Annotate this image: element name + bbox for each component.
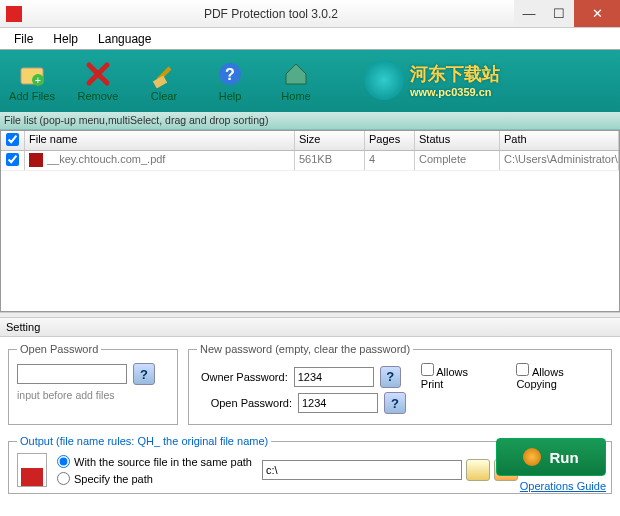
col-size[interactable]: Size	[295, 131, 365, 150]
filelist-caption: File list (pop-up menu,multiSelect, drag…	[0, 112, 620, 130]
pdf-icon	[29, 153, 43, 167]
path-action-icon[interactable]	[466, 459, 490, 481]
svg-text:?: ?	[225, 66, 235, 83]
settings-panel: Open Password ? input before add files N…	[0, 337, 620, 431]
open-password2-label: Open Password:	[197, 397, 292, 409]
header-checkbox[interactable]	[1, 131, 25, 150]
svg-rect-3	[153, 76, 167, 88]
menu-file[interactable]: File	[4, 30, 43, 48]
watermark-url: www.pc0359.cn	[410, 86, 500, 98]
cell-path: C:\Users\Administrator\Desk...	[500, 151, 619, 170]
new-password-group: New password (empty, clear the password)…	[188, 343, 612, 425]
output-radios: With the source file in the same path Sp…	[57, 455, 252, 485]
menu-language[interactable]: Language	[88, 30, 161, 48]
close-button[interactable]: ✕	[574, 0, 620, 27]
cell-size: 561KB	[295, 151, 365, 170]
clear-icon	[150, 60, 178, 88]
file-grid: File name Size Pages Status Path __key.c…	[0, 130, 620, 312]
table-row[interactable]: __key.chtouch.com_.pdf 561KB 4 Complete …	[1, 151, 619, 171]
help-icon: ?	[216, 60, 244, 88]
remove-icon	[84, 60, 112, 88]
clear-label: Clear	[151, 90, 177, 102]
maximize-button[interactable]: ☐	[544, 0, 574, 27]
grid-header: File name Size Pages Status Path	[1, 131, 619, 151]
menu-help[interactable]: Help	[43, 30, 88, 48]
add-files-label: Add Files	[9, 90, 55, 102]
open-password-hint: input before add files	[17, 389, 169, 401]
cell-status: Complete	[415, 151, 500, 170]
setting-header: Setting	[0, 318, 620, 337]
open-password-legend: Open Password	[17, 343, 101, 355]
remove-button[interactable]: Remove	[74, 60, 122, 102]
owner-password-help-icon[interactable]: ?	[380, 366, 401, 388]
path-input[interactable]	[262, 460, 462, 480]
open-password-help-icon[interactable]: ?	[133, 363, 155, 385]
col-filename[interactable]: File name	[25, 131, 295, 150]
run-label: Run	[549, 449, 578, 466]
run-box: Run Operations Guide	[496, 438, 606, 492]
open-password-input[interactable]	[17, 364, 127, 384]
watermark: 河东下载站 www.pc0359.cn	[364, 60, 500, 100]
output-icon-box	[17, 453, 47, 487]
svg-text:+: +	[35, 75, 41, 86]
help-label: Help	[219, 90, 242, 102]
gear-icon	[523, 448, 541, 466]
col-path[interactable]: Path	[500, 131, 619, 150]
cell-filename: __key.chtouch.com_.pdf	[25, 151, 295, 170]
toolbar: + Add Files Remove Clear ? Help Home 河东下…	[0, 50, 620, 112]
add-files-button[interactable]: + Add Files	[8, 60, 56, 102]
run-button[interactable]: Run	[496, 438, 606, 476]
radio-specify-path[interactable]: Specify the path	[57, 472, 252, 485]
open-password2-help-icon[interactable]: ?	[384, 392, 406, 414]
owner-password-input[interactable]	[294, 367, 374, 387]
home-icon	[282, 60, 310, 88]
open-password-group: Open Password ? input before add files	[8, 343, 178, 425]
window-buttons: — ☐ ✕	[514, 0, 620, 27]
add-files-icon: +	[18, 60, 46, 88]
new-password-legend: New password (empty, clear the password)	[197, 343, 413, 355]
pdf-big-icon	[17, 453, 47, 487]
menubar: File Help Language	[0, 28, 620, 50]
titlebar: PDF Protection tool 3.0.2 — ☐ ✕	[0, 0, 620, 28]
open-password2-input[interactable]	[298, 393, 378, 413]
home-button[interactable]: Home	[272, 60, 320, 102]
owner-password-label: Owner Password:	[197, 371, 288, 383]
clear-button[interactable]: Clear	[140, 60, 188, 102]
col-pages[interactable]: Pages	[365, 131, 415, 150]
output-legend: Output (file name rules: QH_ the origina…	[17, 435, 271, 447]
window-title: PDF Protection tool 3.0.2	[28, 7, 514, 21]
home-label: Home	[281, 90, 310, 102]
col-status[interactable]: Status	[415, 131, 500, 150]
allows-print-checkbox[interactable]: Allows Print	[421, 363, 491, 390]
help-button[interactable]: ? Help	[206, 60, 254, 102]
minimize-button[interactable]: —	[514, 0, 544, 27]
allows-copying-checkbox[interactable]: Allows Copying	[516, 363, 603, 390]
watermark-logo-icon	[364, 60, 404, 100]
remove-label: Remove	[78, 90, 119, 102]
app-icon	[6, 6, 22, 22]
watermark-text: 河东下载站	[410, 62, 500, 86]
row-checkbox[interactable]	[1, 151, 25, 170]
cell-pages: 4	[365, 151, 415, 170]
grid-body[interactable]: __key.chtouch.com_.pdf 561KB 4 Complete …	[1, 151, 619, 311]
radio-same-path[interactable]: With the source file in the same path	[57, 455, 252, 468]
operations-guide-link[interactable]: Operations Guide	[496, 480, 606, 492]
